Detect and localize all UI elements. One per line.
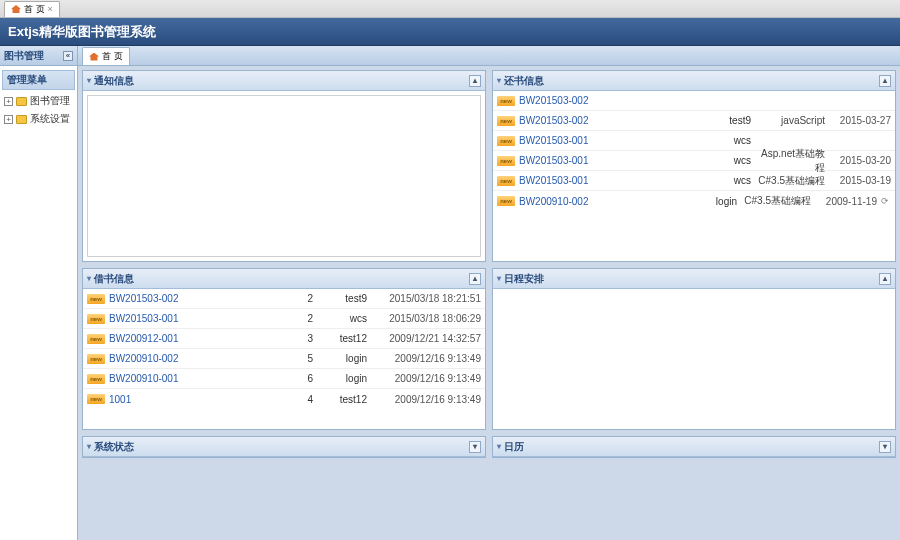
list-item[interactable]: newBW201503-001wcsC#3.5基础编程2015-03-19 xyxy=(493,171,895,191)
panel-borrow-books: ▾ 借书信息 ▴ newBW201503-0022test92015/03/18… xyxy=(82,268,486,430)
return-user: wcs xyxy=(711,135,751,146)
new-badge-icon: new xyxy=(87,314,105,324)
tree-node-label: 图书管理 xyxy=(30,94,70,108)
return-code-link[interactable]: BW201503-001 xyxy=(519,135,707,146)
new-badge-icon: new xyxy=(497,176,515,186)
borrow-count: 2 xyxy=(283,313,313,324)
collapse-up-icon[interactable]: ▴ xyxy=(469,273,481,285)
tree-node-settings[interactable]: + 系统设置 xyxy=(2,110,75,128)
notifications-body xyxy=(83,91,485,261)
list-item[interactable]: newBW201503-0022test92015/03/18 18:21:51 xyxy=(83,289,485,309)
window-titlebar: 首 页 × xyxy=(0,0,900,18)
tree-node-label: 系统设置 xyxy=(30,112,70,126)
tab-home[interactable]: 首 页 xyxy=(82,47,130,65)
panel-title: 系统状态 xyxy=(94,440,134,454)
borrow-count: 2 xyxy=(283,293,313,304)
list-item[interactable]: newBW200910-0016login2009/12/16 9:13:49 xyxy=(83,369,485,389)
return-book-title: C#3.5基础编程 xyxy=(755,174,825,188)
collapse-up-icon[interactable]: ▴ xyxy=(469,75,481,87)
borrow-user: test9 xyxy=(317,293,367,304)
content-area: ▾ 通知信息 ▴ ▾ 还书信息 ▴ xyxy=(78,66,900,540)
borrow-code-link[interactable]: BW200910-002 xyxy=(109,353,279,364)
expand-icon[interactable]: ▾ xyxy=(497,442,501,451)
panel-system-status: ▾ 系统状态 ▾ xyxy=(82,436,486,458)
return-book-title: javaScript xyxy=(755,115,825,126)
borrow-code-link[interactable]: BW201503-001 xyxy=(109,313,279,324)
new-badge-icon: new xyxy=(87,294,105,304)
list-item[interactable]: newBW201503-001wcsAsp.net基础教程2015-03-20 xyxy=(493,151,895,171)
borrow-code-link[interactable]: BW200912-001 xyxy=(109,333,279,344)
borrow-user: login xyxy=(317,373,367,384)
collapse-up-icon[interactable]: ▴ xyxy=(879,75,891,87)
house-icon xyxy=(89,53,99,61)
panel-title: 日历 xyxy=(504,440,524,454)
list-item[interactable]: newBW201503-002test9javaScript2015-03-27 xyxy=(493,111,895,131)
borrow-count: 3 xyxy=(283,333,313,344)
borrow-date: 2009/12/16 9:13:49 xyxy=(371,353,481,364)
list-item[interactable]: new10014test122009/12/16 9:13:49 xyxy=(83,389,485,409)
new-badge-icon: new xyxy=(87,354,105,364)
panel-header: ▾ 系统状态 ▾ xyxy=(83,437,485,457)
list-item[interactable]: newBW201503-002 xyxy=(493,91,895,111)
borrow-code-link[interactable]: BW200910-001 xyxy=(109,373,279,384)
return-code-link[interactable]: BW201503-002 xyxy=(519,115,707,126)
expand-icon[interactable]: ▾ xyxy=(87,76,91,85)
refresh-icon[interactable]: ⟳ xyxy=(881,196,891,206)
borrow-date: 2009/12/16 9:13:49 xyxy=(371,373,481,384)
borrow-count: 6 xyxy=(283,373,313,384)
tree-node-books[interactable]: + 图书管理 xyxy=(2,92,75,110)
borrow-date: 2015/03/18 18:06:29 xyxy=(371,313,481,324)
return-date: 2009-11-19 xyxy=(815,196,877,207)
panel-notifications: ▾ 通知信息 ▴ xyxy=(82,70,486,262)
return-user: wcs xyxy=(711,175,751,186)
collapse-down-icon[interactable]: ▾ xyxy=(879,441,891,453)
collapse-up-icon[interactable]: ▴ xyxy=(879,273,891,285)
borrow-date: 2009/12/16 9:13:49 xyxy=(371,394,481,405)
panel-header: ▾ 还书信息 ▴ xyxy=(493,71,895,91)
return-code-link[interactable]: BW201503-002 xyxy=(519,95,707,106)
main-layout: 图书管理 « 管理菜单 + 图书管理 + 系统设置 首 页 xyxy=(0,46,900,540)
collapse-left-icon[interactable]: « xyxy=(63,51,73,61)
close-icon[interactable]: × xyxy=(48,4,53,14)
panel-schedule: ▾ 日程安排 ▴ xyxy=(492,268,896,430)
list-item[interactable]: newBW200912-0013test122009/12/21 14:32:5… xyxy=(83,329,485,349)
tab-label: 首 页 xyxy=(102,50,123,63)
return-user: login xyxy=(697,196,737,207)
new-badge-icon: new xyxy=(497,116,515,126)
expand-icon[interactable]: ▾ xyxy=(497,76,501,85)
house-icon xyxy=(11,5,21,13)
list-item[interactable]: newBW201503-0012wcs2015/03/18 18:06:29 xyxy=(83,309,485,329)
return-user: test9 xyxy=(711,115,751,126)
borrow-date: 2009/12/21 14:32:57 xyxy=(371,333,481,344)
borrow-code-link[interactable]: 1001 xyxy=(109,394,279,405)
return-code-link[interactable]: BW200910-002 xyxy=(519,196,693,207)
new-badge-icon: new xyxy=(497,96,515,106)
list-item[interactable]: newBW200910-002loginC#3.5基础编程2009-11-19⟳ xyxy=(493,191,895,211)
return-book-title: C#3.5基础编程 xyxy=(741,194,811,208)
list-item[interactable]: newBW201503-001wcs xyxy=(493,131,895,151)
window-tab-home[interactable]: 首 页 × xyxy=(4,1,60,17)
collapse-down-icon[interactable]: ▾ xyxy=(469,441,481,453)
borrow-code-link[interactable]: BW201503-002 xyxy=(109,293,279,304)
new-badge-icon: new xyxy=(497,136,515,146)
expand-icon[interactable]: ▾ xyxy=(87,274,91,283)
tree-expand-icon[interactable]: + xyxy=(4,115,13,124)
borrow-date: 2015/03/18 18:21:51 xyxy=(371,293,481,304)
expand-icon[interactable]: ▾ xyxy=(87,442,91,451)
sidebar: 图书管理 « 管理菜单 + 图书管理 + 系统设置 xyxy=(0,46,78,540)
return-code-link[interactable]: BW201503-001 xyxy=(519,175,707,186)
return-date: 2015-03-19 xyxy=(829,175,891,186)
list-item[interactable]: newBW200910-0025login2009/12/16 9:13:49 xyxy=(83,349,485,369)
borrow-count: 5 xyxy=(283,353,313,364)
panel-header: ▾ 日历 ▾ xyxy=(493,437,895,457)
borrow-user: login xyxy=(317,353,367,364)
return-code-link[interactable]: BW201503-001 xyxy=(519,155,707,166)
expand-icon[interactable]: ▾ xyxy=(497,274,501,283)
sidebar-title: 图书管理 xyxy=(4,49,44,63)
app-title: Extjs精华版图书管理系统 xyxy=(8,23,156,41)
panel-header: ▾ 日程安排 ▴ xyxy=(493,269,895,289)
tree-expand-icon[interactable]: + xyxy=(4,97,13,106)
return-list: newBW201503-002newBW201503-002test9javaS… xyxy=(493,91,895,211)
panel-title: 日程安排 xyxy=(504,272,544,286)
new-badge-icon: new xyxy=(87,374,105,384)
